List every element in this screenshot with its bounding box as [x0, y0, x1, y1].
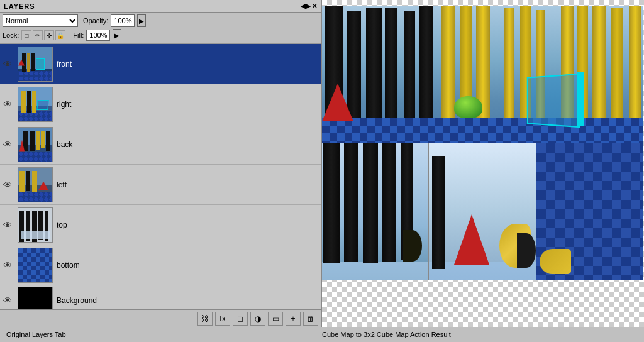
- layer-item[interactable]: 👁 right: [0, 84, 321, 124]
- folder-button[interactable]: ▭: [268, 312, 283, 326]
- fill-arrow[interactable]: ▶: [113, 29, 121, 41]
- layer-name: back: [57, 140, 72, 149]
- collapse-icon[interactable]: ◀▶: [301, 3, 311, 9]
- lock-transparent-icon[interactable]: □: [21, 30, 31, 40]
- top-image: [322, 6, 643, 143]
- blend-mode-select[interactable]: Normal Dissolve Multiply Screen: [3, 14, 78, 27]
- layer-name: right: [57, 100, 71, 109]
- layer-item[interactable]: 👁 left: [0, 165, 321, 205]
- layer-item[interactable]: 👁 top: [0, 205, 321, 245]
- layer-item[interactable]: 👁 bottom: [0, 245, 321, 285]
- bottom-images: [322, 143, 643, 280]
- canvas-panel: [322, 0, 644, 327]
- layer-name: bottom: [57, 261, 80, 270]
- eye-icon[interactable]: 👁: [1, 140, 14, 150]
- lock-all-icon[interactable]: 🔒: [55, 30, 65, 40]
- layer-item[interactable]: 👁 Background: [0, 285, 321, 309]
- lock-label: Lock:: [3, 31, 19, 39]
- layer-name: left: [57, 180, 67, 189]
- layer-thumbnail: [18, 207, 53, 243]
- lock-position-icon[interactable]: ✛: [44, 30, 54, 40]
- layer-item[interactable]: 👁 front: [0, 44, 321, 84]
- controls-row1: Normal Dissolve Multiply Screen Opacity:…: [3, 14, 318, 27]
- layer-thumbnail: [18, 127, 53, 162]
- close-icon[interactable]: ✕: [312, 3, 317, 9]
- eye-icon[interactable]: 👁: [1, 220, 14, 230]
- caption-left: Original Layers Tab: [6, 331, 322, 338]
- sub-image-right: [536, 143, 643, 280]
- layer-thumbnail: [18, 167, 53, 202]
- sub-image-center: [429, 143, 536, 280]
- opacity-label: Opacity:: [83, 17, 108, 25]
- layers-controls: Normal Dissolve Multiply Screen Opacity:…: [0, 13, 321, 44]
- eye-icon[interactable]: 👁: [1, 59, 14, 69]
- captions-bar: Original Layers Tab Cube Map to 3x2 Cube…: [0, 327, 644, 342]
- layers-panel: LAYERS ◀▶ ✕ Normal Dissolve Multiply Scr…: [0, 0, 322, 327]
- window-controls: ◀▶ ✕: [301, 3, 317, 9]
- layer-thumbnail: [18, 87, 53, 122]
- eye-icon[interactable]: 👁: [1, 99, 14, 109]
- layer-thumbnail: [18, 47, 53, 82]
- fill-input[interactable]: [86, 30, 110, 41]
- eye-icon[interactable]: 👁: [1, 180, 14, 190]
- sub-image-left: [322, 143, 429, 280]
- layers-title-bar: LAYERS ◀▶ ✕: [0, 0, 321, 13]
- adjustment-button[interactable]: ◑: [250, 312, 265, 326]
- controls-row2: Lock: □ ✏ ✛ 🔒 Fill: ▶: [3, 29, 318, 41]
- fill-label: Fill:: [73, 31, 84, 39]
- layer-item[interactable]: 👁 back: [0, 124, 321, 165]
- panel-title: LAYERS: [4, 3, 35, 10]
- eye-icon[interactable]: 👁: [1, 295, 14, 306]
- lock-icons: □ ✏ ✛ 🔒: [21, 30, 65, 40]
- fx-button[interactable]: fx: [215, 312, 230, 326]
- image-composite: [322, 6, 643, 280]
- delete-button[interactable]: 🗑: [303, 312, 318, 326]
- new-layer-button[interactable]: +: [286, 312, 301, 326]
- link-layers-button[interactable]: ⛓: [197, 312, 213, 326]
- opacity-input[interactable]: [111, 14, 135, 27]
- layers-toolbar: ⛓ fx ◻ ◑ ▭ + 🗑: [0, 309, 321, 327]
- layer-name: front: [57, 60, 72, 69]
- layer-name: Background: [57, 296, 97, 305]
- layer-name: top: [57, 221, 67, 229]
- layer-thumbnail: [18, 248, 53, 283]
- caption-right: Cube Map to 3x2 Cube Map Action Result: [322, 331, 638, 338]
- eye-icon[interactable]: 👁: [1, 260, 14, 270]
- layer-thumbnail: [18, 287, 53, 310]
- mask-button[interactable]: ◻: [233, 312, 248, 326]
- lock-pixels-icon[interactable]: ✏: [33, 30, 43, 40]
- layers-list[interactable]: 👁 front 👁: [0, 44, 321, 309]
- opacity-arrow[interactable]: ▶: [137, 14, 146, 27]
